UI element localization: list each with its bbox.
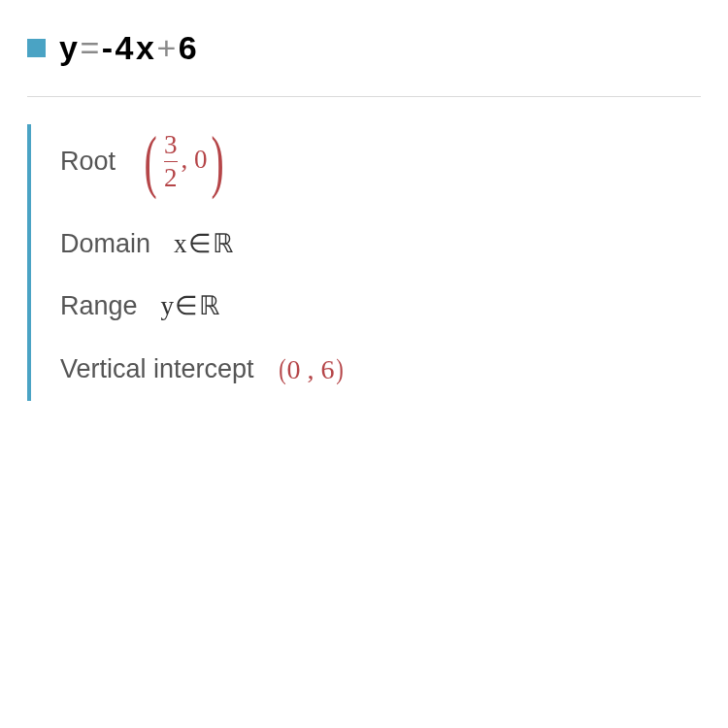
eq-equals: = — [80, 29, 99, 67]
equation-expression: y = - 4 x + 6 — [59, 29, 197, 67]
root-row: Root ( 3 2 , 0 ) — [60, 130, 701, 193]
domain-row: Domain x∈ℝ — [60, 228, 701, 259]
eq-neg: - — [102, 29, 114, 67]
range-value: y∈ℝ — [161, 290, 221, 321]
intercept-label: Vertical intercept — [60, 354, 254, 384]
root-value: ( 3 2 , 0 ) — [139, 130, 228, 193]
series-color-icon — [27, 39, 46, 57]
equation-header: y = - 4 x + 6 — [27, 29, 701, 97]
right-paren-icon: ) — [211, 130, 223, 193]
eq-coef: 4 — [116, 29, 134, 67]
root-y-value: , 0 — [182, 145, 208, 175]
domain-label: Domain — [60, 229, 150, 259]
intercept-value: (0 , 6) — [278, 352, 345, 385]
root-fraction: 3 2 — [164, 130, 178, 193]
eq-var-y: y — [59, 29, 78, 67]
left-paren-icon: ( — [144, 130, 156, 193]
eq-plus: + — [156, 29, 176, 67]
eq-const: 6 — [179, 29, 197, 67]
left-paren-small-icon: ( — [279, 352, 286, 385]
right-paren-small-icon: ) — [336, 352, 344, 385]
range-row: Range y∈ℝ — [60, 290, 701, 321]
root-label: Root — [60, 147, 116, 177]
intercept-coords: 0 , 6 — [287, 354, 335, 384]
root-denominator: 2 — [164, 161, 178, 193]
domain-value: x∈ℝ — [174, 228, 234, 259]
intercept-row: Vertical intercept (0 , 6) — [60, 352, 701, 385]
range-label: Range — [60, 291, 138, 321]
eq-var-x: x — [136, 29, 154, 67]
root-numerator: 3 — [164, 130, 178, 161]
function-details: Root ( 3 2 , 0 ) Domain x∈ℝ Range y∈ℝ Ve… — [27, 124, 701, 401]
